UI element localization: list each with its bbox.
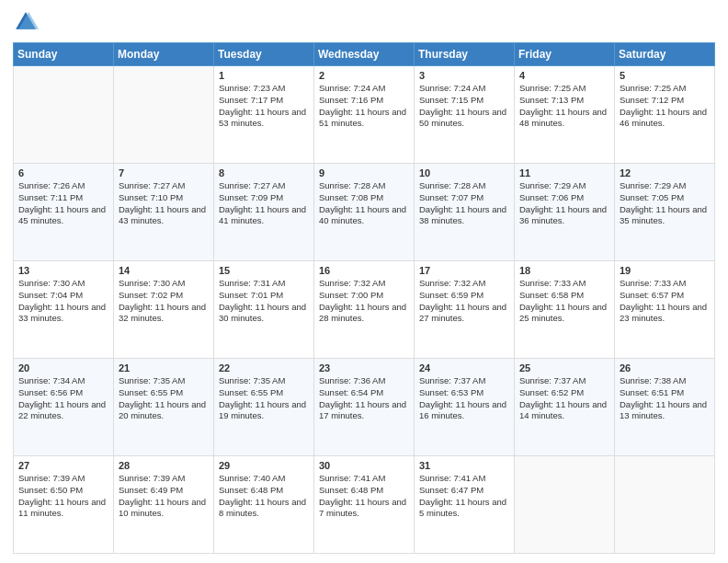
calendar-cell: 10Sunrise: 7:28 AM Sunset: 7:07 PM Dayli… <box>415 164 515 261</box>
calendar-cell: 11Sunrise: 7:29 AM Sunset: 7:06 PM Dayli… <box>515 164 615 261</box>
weekday-header-saturday: Saturday <box>615 43 715 66</box>
day-number: 15 <box>219 265 309 276</box>
day-detail: Sunrise: 7:28 AM Sunset: 7:07 PM Dayligh… <box>419 180 506 225</box>
day-number: 19 <box>620 265 710 276</box>
day-number: 13 <box>18 265 108 276</box>
day-detail: Sunrise: 7:27 AM Sunset: 7:10 PM Dayligh… <box>119 180 206 225</box>
day-detail: Sunrise: 7:32 AM Sunset: 7:00 PM Dayligh… <box>319 278 406 323</box>
day-detail: Sunrise: 7:37 AM Sunset: 6:53 PM Dayligh… <box>419 375 506 420</box>
day-detail: Sunrise: 7:33 AM Sunset: 6:58 PM Dayligh… <box>519 278 607 323</box>
day-number: 21 <box>119 362 209 373</box>
calendar-cell: 3Sunrise: 7:24 AM Sunset: 7:15 PM Daylig… <box>415 66 515 164</box>
day-number: 22 <box>219 362 309 373</box>
calendar-cell <box>515 456 615 554</box>
day-number: 20 <box>18 362 108 373</box>
day-number: 2 <box>319 70 409 81</box>
day-number: 8 <box>219 167 309 178</box>
calendar-cell: 2Sunrise: 7:24 AM Sunset: 7:16 PM Daylig… <box>314 66 415 164</box>
day-number: 4 <box>519 70 609 81</box>
day-detail: Sunrise: 7:33 AM Sunset: 6:57 PM Dayligh… <box>620 278 707 323</box>
page: SundayMondayTuesdayWednesdayThursdayFrid… <box>0 0 728 563</box>
day-detail: Sunrise: 7:29 AM Sunset: 7:06 PM Dayligh… <box>519 180 607 225</box>
weekday-header-thursday: Thursday <box>415 43 515 66</box>
calendar-cell: 9Sunrise: 7:28 AM Sunset: 7:08 PM Daylig… <box>314 164 415 261</box>
calendar-cell: 12Sunrise: 7:29 AM Sunset: 7:05 PM Dayli… <box>615 164 715 261</box>
day-detail: Sunrise: 7:41 AM Sunset: 6:47 PM Dayligh… <box>419 473 506 518</box>
day-detail: Sunrise: 7:39 AM Sunset: 6:49 PM Dayligh… <box>119 473 206 518</box>
day-detail: Sunrise: 7:23 AM Sunset: 7:17 PM Dayligh… <box>219 83 306 128</box>
day-detail: Sunrise: 7:38 AM Sunset: 6:51 PM Dayligh… <box>620 375 707 420</box>
calendar-cell: 20Sunrise: 7:34 AM Sunset: 6:56 PM Dayli… <box>14 359 114 456</box>
calendar-cell: 18Sunrise: 7:33 AM Sunset: 6:58 PM Dayli… <box>515 261 615 359</box>
logo-icon <box>13 9 39 35</box>
day-detail: Sunrise: 7:34 AM Sunset: 6:56 PM Dayligh… <box>18 375 106 420</box>
calendar-cell: 30Sunrise: 7:41 AM Sunset: 6:48 PM Dayli… <box>314 456 415 554</box>
calendar-cell <box>114 66 214 164</box>
day-number: 1 <box>219 70 309 81</box>
weekday-header-wednesday: Wednesday <box>314 43 415 66</box>
day-detail: Sunrise: 7:24 AM Sunset: 7:16 PM Dayligh… <box>319 83 406 128</box>
day-number: 25 <box>519 362 609 373</box>
day-detail: Sunrise: 7:40 AM Sunset: 6:48 PM Dayligh… <box>219 473 306 518</box>
logo <box>13 9 42 35</box>
calendar-cell: 24Sunrise: 7:37 AM Sunset: 6:53 PM Dayli… <box>415 359 515 456</box>
calendar-cell <box>615 456 715 554</box>
calendar-cell: 27Sunrise: 7:39 AM Sunset: 6:50 PM Dayli… <box>14 456 114 554</box>
day-detail: Sunrise: 7:36 AM Sunset: 6:54 PM Dayligh… <box>319 375 406 420</box>
calendar-cell: 14Sunrise: 7:30 AM Sunset: 7:02 PM Dayli… <box>114 261 214 359</box>
calendar-cell: 19Sunrise: 7:33 AM Sunset: 6:57 PM Dayli… <box>615 261 715 359</box>
calendar-cell: 8Sunrise: 7:27 AM Sunset: 7:09 PM Daylig… <box>214 164 314 261</box>
weekday-header-sunday: Sunday <box>14 43 114 66</box>
calendar-cell: 31Sunrise: 7:41 AM Sunset: 6:47 PM Dayli… <box>415 456 515 554</box>
day-number: 26 <box>620 362 710 373</box>
day-number: 31 <box>419 460 509 471</box>
day-detail: Sunrise: 7:29 AM Sunset: 7:05 PM Dayligh… <box>620 180 707 225</box>
day-number: 30 <box>319 460 409 471</box>
day-number: 12 <box>620 167 710 178</box>
calendar-cell <box>14 66 114 164</box>
day-detail: Sunrise: 7:35 AM Sunset: 6:55 PM Dayligh… <box>219 375 306 420</box>
day-number: 16 <box>319 265 409 276</box>
day-detail: Sunrise: 7:30 AM Sunset: 7:02 PM Dayligh… <box>119 278 206 323</box>
day-detail: Sunrise: 7:41 AM Sunset: 6:48 PM Dayligh… <box>319 473 406 518</box>
calendar-cell: 1Sunrise: 7:23 AM Sunset: 7:17 PM Daylig… <box>214 66 314 164</box>
calendar-cell: 13Sunrise: 7:30 AM Sunset: 7:04 PM Dayli… <box>14 261 114 359</box>
day-detail: Sunrise: 7:31 AM Sunset: 7:01 PM Dayligh… <box>219 278 306 323</box>
calendar-cell: 22Sunrise: 7:35 AM Sunset: 6:55 PM Dayli… <box>214 359 314 456</box>
day-detail: Sunrise: 7:32 AM Sunset: 6:59 PM Dayligh… <box>419 278 506 323</box>
calendar-table: SundayMondayTuesdayWednesdayThursdayFrid… <box>13 42 715 554</box>
day-number: 3 <box>419 70 509 81</box>
day-number: 9 <box>319 167 409 178</box>
day-detail: Sunrise: 7:35 AM Sunset: 6:55 PM Dayligh… <box>119 375 206 420</box>
day-number: 27 <box>18 460 108 471</box>
day-number: 10 <box>419 167 509 178</box>
calendar-cell: 26Sunrise: 7:38 AM Sunset: 6:51 PM Dayli… <box>615 359 715 456</box>
day-detail: Sunrise: 7:26 AM Sunset: 7:11 PM Dayligh… <box>18 180 106 225</box>
calendar-cell: 21Sunrise: 7:35 AM Sunset: 6:55 PM Dayli… <box>114 359 214 456</box>
weekday-header-monday: Monday <box>114 43 214 66</box>
weekday-header-friday: Friday <box>515 43 615 66</box>
day-number: 17 <box>419 265 509 276</box>
calendar-cell: 23Sunrise: 7:36 AM Sunset: 6:54 PM Dayli… <box>314 359 415 456</box>
day-number: 7 <box>119 167 209 178</box>
day-detail: Sunrise: 7:25 AM Sunset: 7:13 PM Dayligh… <box>519 83 607 128</box>
day-number: 24 <box>419 362 509 373</box>
calendar-cell: 5Sunrise: 7:25 AM Sunset: 7:12 PM Daylig… <box>615 66 715 164</box>
day-number: 5 <box>620 70 710 81</box>
day-detail: Sunrise: 7:39 AM Sunset: 6:50 PM Dayligh… <box>18 473 106 518</box>
day-number: 28 <box>119 460 209 471</box>
day-number: 23 <box>319 362 409 373</box>
calendar-cell: 28Sunrise: 7:39 AM Sunset: 6:49 PM Dayli… <box>114 456 214 554</box>
day-detail: Sunrise: 7:37 AM Sunset: 6:52 PM Dayligh… <box>519 375 607 420</box>
weekday-header-tuesday: Tuesday <box>214 43 314 66</box>
day-number: 14 <box>119 265 209 276</box>
calendar-cell: 7Sunrise: 7:27 AM Sunset: 7:10 PM Daylig… <box>114 164 214 261</box>
day-detail: Sunrise: 7:28 AM Sunset: 7:08 PM Dayligh… <box>319 180 406 225</box>
calendar-cell: 17Sunrise: 7:32 AM Sunset: 6:59 PM Dayli… <box>415 261 515 359</box>
header <box>13 9 715 35</box>
day-number: 11 <box>519 167 609 178</box>
day-detail: Sunrise: 7:25 AM Sunset: 7:12 PM Dayligh… <box>620 83 707 128</box>
calendar-cell: 29Sunrise: 7:40 AM Sunset: 6:48 PM Dayli… <box>214 456 314 554</box>
day-number: 6 <box>18 167 108 178</box>
day-number: 18 <box>519 265 609 276</box>
